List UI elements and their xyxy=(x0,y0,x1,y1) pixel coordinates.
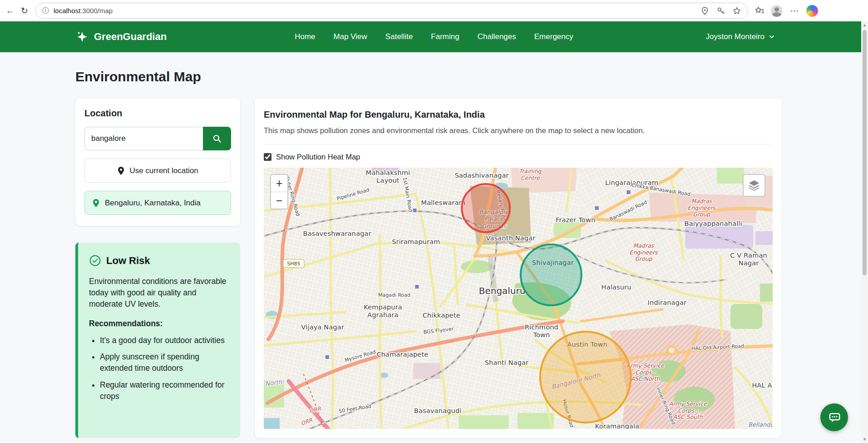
map-section: Show Pollution Heat Map xyxy=(264,144,773,429)
map-label: Chikkapete xyxy=(423,312,460,319)
map-label: Malleswaram xyxy=(421,199,466,206)
site-info-icon[interactable]: ⓘ xyxy=(42,6,49,15)
map-label: Magadi Road xyxy=(378,292,410,298)
map-label: Basavanagudi xyxy=(414,407,462,414)
page-content: Environmental Map Location Use current l… xyxy=(0,69,868,438)
zoom-out-button[interactable]: − xyxy=(271,192,287,209)
location-pin-icon xyxy=(117,166,125,175)
scroll-up-arrow-icon[interactable]: ▲ xyxy=(863,21,867,29)
map-label: Koramangala xyxy=(595,423,640,429)
map-label: Indiranagar xyxy=(648,299,687,306)
map-label: Halasuru xyxy=(602,284,631,291)
heatmap-toggle-label: Show Pollution Heat Map xyxy=(276,153,360,161)
red-pollution-zone[interactable] xyxy=(462,184,510,232)
map-label: SH85 xyxy=(287,261,300,267)
selected-location-pin-icon xyxy=(92,199,100,208)
scroll-down-arrow-icon[interactable]: ▼ xyxy=(863,436,867,443)
favorite-star-icon[interactable] xyxy=(732,6,741,15)
map-label: Bellandur xyxy=(748,421,773,428)
search-button[interactable] xyxy=(203,127,231,150)
nav-link-challenges[interactable]: Challenges xyxy=(478,32,516,41)
nav-link-emergency[interactable]: Emergency xyxy=(534,32,573,41)
map-layers-control[interactable] xyxy=(743,174,765,197)
app-navbar: GreenGuardian HomeMap ViewSatelliteFarmi… xyxy=(0,21,868,52)
risk-description: Environmental conditions are favorable t… xyxy=(89,276,229,310)
map-label: Chamarajapete xyxy=(376,351,428,358)
recommendation-item: It's a good day for outdoor activities xyxy=(100,335,229,346)
map-label: Bengaluru xyxy=(479,285,526,296)
map-label: HAL Airport xyxy=(752,382,773,389)
password-key-icon[interactable] xyxy=(716,6,725,15)
selected-location[interactable]: Bengaluru, Karnataka, India xyxy=(84,191,231,215)
teal-pollution-zone[interactable] xyxy=(521,244,582,305)
map-panel: Environmental Map for Bengaluru, Karnata… xyxy=(255,98,782,438)
map-label: Vijaya Nagar xyxy=(301,324,345,331)
map-label: Sriramapuram xyxy=(392,238,440,245)
chat-icon xyxy=(828,411,841,424)
heatmap-checkbox[interactable] xyxy=(264,153,271,161)
use-current-location-label: Use current location xyxy=(129,166,198,175)
risk-panel: Low Risk Environmental conditions are fa… xyxy=(75,243,240,438)
recommendation-item: Apply sunscreen if spending extended tim… xyxy=(100,351,229,374)
brand[interactable]: GreenGuardian xyxy=(75,30,167,44)
use-current-location-button[interactable]: Use current location xyxy=(84,159,231,183)
map-label: Shanti Nagar xyxy=(485,359,529,366)
risk-level: Low Risk xyxy=(106,255,150,267)
url-text[interactable]: localhost:3000/map xyxy=(54,7,113,15)
map-label: Baiyyappanahalli xyxy=(685,220,742,227)
browser-profile-avatar[interactable] xyxy=(771,5,783,17)
user-menu[interactable]: Joyston Monteiro xyxy=(706,32,775,41)
page-scrollbar[interactable]: ▲ ▼ xyxy=(861,21,868,443)
nav-link-farming[interactable]: Farming xyxy=(431,32,459,41)
recommendations-heading: Recommendations: xyxy=(89,319,229,329)
page-title: Environmental Map xyxy=(75,69,782,85)
nav-link-satellite[interactable]: Satellite xyxy=(385,32,413,41)
orange-pollution-zone[interactable] xyxy=(540,332,631,423)
location-heading: Location xyxy=(84,108,231,119)
nav-link-map-view[interactable]: Map View xyxy=(334,32,367,41)
recommendation-item: Regular watering recommended for crops xyxy=(100,379,229,402)
map-label: Sadashivanagar xyxy=(455,172,509,179)
brand-name: GreenGuardian xyxy=(94,31,167,43)
recommendations-list: It's a good day for outdoor activitiesAp… xyxy=(89,335,229,402)
back-icon[interactable]: ← xyxy=(3,4,17,18)
map-label: Vasanth Nagar xyxy=(486,234,536,242)
map-tiles: MahalakshmiLayoutSadashivanagarTrainingC… xyxy=(264,168,773,429)
search-icon xyxy=(212,134,222,144)
map-label: Frazer Town xyxy=(556,216,595,224)
refresh-icon[interactable]: ↻ xyxy=(17,4,32,18)
layers-icon xyxy=(747,179,761,192)
nav-link-home[interactable]: Home xyxy=(295,32,315,41)
map-heading: Environmental Map for Bengaluru, Karnata… xyxy=(264,110,773,120)
sparkle-logo-icon xyxy=(75,30,89,44)
map-label: KempapuraAgrahara xyxy=(364,304,402,319)
browser-menu-icon[interactable]: ⋯ xyxy=(789,4,800,18)
user-name: Joyston Monteiro xyxy=(706,32,764,41)
zoom-in-button[interactable]: + xyxy=(271,175,287,192)
chat-fab-button[interactable] xyxy=(820,403,848,431)
chevron-down-icon xyxy=(769,34,775,40)
map-description: This map shows pollution zones and envir… xyxy=(264,126,773,135)
map-label: TrainingCentre xyxy=(519,168,542,181)
favorites-hub-icon[interactable] xyxy=(755,6,764,16)
geolocation-icon[interactable] xyxy=(700,6,709,15)
copilot-icon[interactable] xyxy=(806,5,818,17)
location-panel: Location Use current location Bengaluru,… xyxy=(75,98,240,226)
nav-links: HomeMap ViewSatelliteFarmingChallengesEm… xyxy=(295,32,573,41)
scrollbar-thumb[interactable] xyxy=(863,30,867,275)
map-canvas[interactable]: MahalakshmiLayoutSadashivanagarTrainingC… xyxy=(264,168,773,429)
map-label: Basaveshwaranagar xyxy=(303,230,371,237)
location-search-input[interactable] xyxy=(84,127,203,150)
check-circle-icon xyxy=(89,254,101,267)
address-bar[interactable]: ⓘ localhost:3000/map xyxy=(35,3,748,19)
map-zoom-control: + − xyxy=(270,174,288,209)
sidebar: Location Use current location Bengaluru,… xyxy=(75,98,240,438)
selected-location-label: Bengaluru, Karnataka, India xyxy=(105,199,201,208)
heatmap-toggle-row[interactable]: Show Pollution Heat Map xyxy=(264,153,773,161)
browser-chrome: ← ↻ ⓘ localhost:3000/map ⋯ xyxy=(0,0,868,21)
